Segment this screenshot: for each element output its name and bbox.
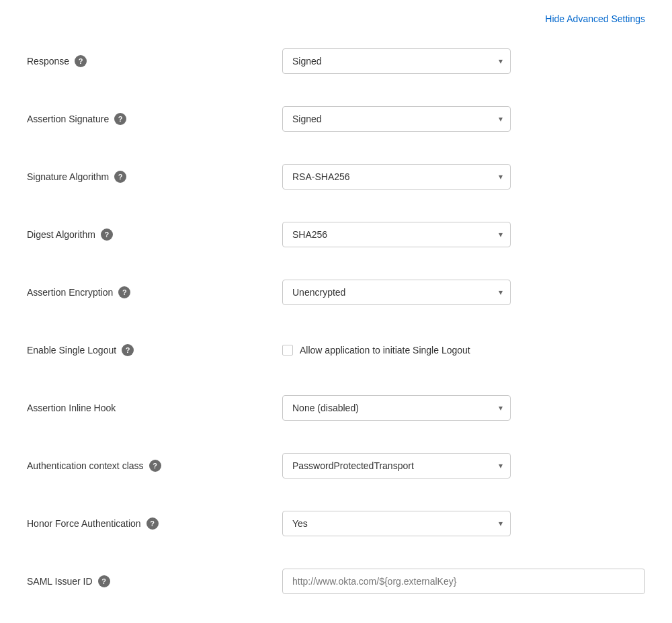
control-group-response: SignedUnsigned▾ <box>282 48 645 74</box>
label-group-assertion_encryption: Assertion Encryption? <box>27 286 282 298</box>
form-row-assertion_encryption: Assertion Encryption?UnencryptedEncrypte… <box>27 276 645 309</box>
control-group-enable_single_logout: Allow application to initiate Single Log… <box>282 345 645 356</box>
label-assertion_signature: Assertion Signature <box>27 114 109 124</box>
select-honor_force_authentication[interactable]: YesNo <box>282 511 511 536</box>
label-group-saml_issuer_id: SAML Issuer ID? <box>27 575 282 587</box>
label-digest_algorithm: Digest Algorithm <box>27 229 95 240</box>
control-group-signature_algorithm: RSA-SHA256RSA-SHA1▾ <box>282 164 645 190</box>
help-icon-assertion_signature[interactable]: ? <box>114 113 126 125</box>
select-digest_algorithm[interactable]: SHA256SHA1 <box>282 222 511 247</box>
label-enable_single_logout: Enable Single Logout <box>27 345 116 356</box>
control-group-honor_force_authentication: YesNo▾ <box>282 511 645 536</box>
help-icon-digest_algorithm[interactable]: ? <box>101 229 113 241</box>
form-row-response: Response?SignedUnsigned▾ <box>27 44 645 78</box>
form-row-enable_single_logout: Enable Single Logout?Allow application t… <box>27 333 645 367</box>
label-honor_force_authentication: Honor Force Authentication <box>27 518 141 529</box>
input-saml_issuer_id[interactable] <box>282 569 645 594</box>
label-group-authentication_context_class: Authentication context class? <box>27 460 282 472</box>
select-assertion_inline_hook[interactable]: None (disabled) <box>282 395 511 421</box>
input-wrapper-saml_issuer_id <box>282 569 645 594</box>
form-row-honor_force_authentication: Honor Force Authentication?YesNo▾ <box>27 507 645 540</box>
checkbox-enable_single_logout[interactable] <box>282 345 293 356</box>
label-assertion_encryption: Assertion Encryption <box>27 287 113 298</box>
form-row-assertion_inline_hook: Assertion Inline HookNone (disabled)▾ <box>27 391 645 425</box>
label-response: Response <box>27 56 69 67</box>
label-group-honor_force_authentication: Honor Force Authentication? <box>27 517 282 530</box>
select-wrapper-digest_algorithm: SHA256SHA1▾ <box>282 222 511 247</box>
form-row-assertion_signature: Assertion Signature?SignedUnsigned▾ <box>27 102 645 136</box>
help-icon-enable_single_logout[interactable]: ? <box>122 344 134 356</box>
help-icon-honor_force_authentication[interactable]: ? <box>146 517 159 530</box>
form-row-saml_issuer_id: SAML Issuer ID? <box>27 565 645 598</box>
select-wrapper-assertion_encryption: UnencryptedEncrypted▾ <box>282 280 511 305</box>
select-wrapper-signature_algorithm: RSA-SHA256RSA-SHA1▾ <box>282 164 511 190</box>
header-row: Hide Advanced Settings <box>27 13 645 24</box>
control-group-assertion_encryption: UnencryptedEncrypted▾ <box>282 280 645 305</box>
label-group-signature_algorithm: Signature Algorithm? <box>27 171 282 183</box>
label-group-enable_single_logout: Enable Single Logout? <box>27 344 282 356</box>
select-wrapper-honor_force_authentication: YesNo▾ <box>282 511 511 536</box>
checkbox-label-enable_single_logout: Allow application to initiate Single Log… <box>300 345 470 356</box>
control-group-assertion_inline_hook: None (disabled)▾ <box>282 395 645 421</box>
help-icon-authentication_context_class[interactable]: ? <box>149 460 161 472</box>
select-assertion_encryption[interactable]: UnencryptedEncrypted <box>282 280 511 305</box>
form-row-digest_algorithm: Digest Algorithm?SHA256SHA1▾ <box>27 218 645 251</box>
label-assertion_inline_hook: Assertion Inline Hook <box>27 403 116 413</box>
control-group-assertion_signature: SignedUnsigned▾ <box>282 106 645 132</box>
fields-container: Response?SignedUnsigned▾Assertion Signat… <box>27 44 645 598</box>
label-authentication_context_class: Authentication context class <box>27 460 144 471</box>
hide-advanced-button[interactable]: Hide Advanced Settings <box>545 13 645 24</box>
label-group-assertion_inline_hook: Assertion Inline Hook <box>27 403 282 413</box>
help-icon-signature_algorithm[interactable]: ? <box>114 171 126 183</box>
control-group-digest_algorithm: SHA256SHA1▾ <box>282 222 645 247</box>
label-signature_algorithm: Signature Algorithm <box>27 171 109 182</box>
select-wrapper-assertion_inline_hook: None (disabled)▾ <box>282 395 511 421</box>
help-icon-assertion_encryption[interactable]: ? <box>118 286 130 298</box>
control-group-saml_issuer_id <box>282 569 645 594</box>
help-icon-saml_issuer_id[interactable]: ? <box>98 575 110 587</box>
select-wrapper-assertion_signature: SignedUnsigned▾ <box>282 106 511 132</box>
control-group-authentication_context_class: PasswordProtectedTransportTLS ClientX509… <box>282 453 645 479</box>
form-row-signature_algorithm: Signature Algorithm?RSA-SHA256RSA-SHA1▾ <box>27 160 645 194</box>
select-wrapper-response: SignedUnsigned▾ <box>282 48 511 74</box>
form-row-authentication_context_class: Authentication context class?PasswordPro… <box>27 449 645 483</box>
page-container: Hide Advanced Settings Response?SignedUn… <box>0 0 672 623</box>
label-group-digest_algorithm: Digest Algorithm? <box>27 229 282 241</box>
label-saml_issuer_id: SAML Issuer ID <box>27 576 93 587</box>
select-signature_algorithm[interactable]: RSA-SHA256RSA-SHA1 <box>282 164 511 190</box>
select-response[interactable]: SignedUnsigned <box>282 48 511 74</box>
checkbox-row-enable_single_logout: Allow application to initiate Single Log… <box>282 345 645 356</box>
select-authentication_context_class[interactable]: PasswordProtectedTransportTLS ClientX509… <box>282 453 511 479</box>
select-assertion_signature[interactable]: SignedUnsigned <box>282 106 511 132</box>
select-wrapper-authentication_context_class: PasswordProtectedTransportTLS ClientX509… <box>282 453 511 479</box>
help-icon-response[interactable]: ? <box>75 55 87 67</box>
label-group-response: Response? <box>27 55 282 67</box>
label-group-assertion_signature: Assertion Signature? <box>27 113 282 125</box>
